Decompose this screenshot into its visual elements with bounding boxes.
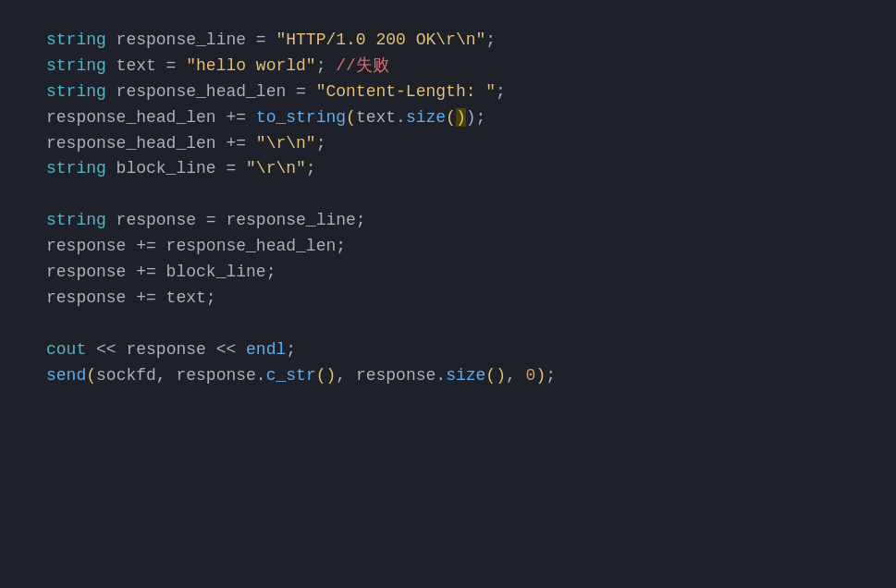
code-line-10: response += text; <box>46 286 850 312</box>
code-line-12: send(sockfd, response.c_str(), response.… <box>46 363 850 389</box>
code-line-11: cout << response << endl; <box>46 337 850 363</box>
code-line-7: string response = response_line; <box>46 208 850 234</box>
code-line-6: string block_line = "\r\n"; <box>46 156 850 182</box>
code-editor: string response_line = "HTTP/1.0 200 OK\… <box>0 0 896 588</box>
code-line-5: response_head_len += "\r\n"; <box>46 131 850 157</box>
code-line-1: string response_line = "HTTP/1.0 200 OK\… <box>46 28 850 54</box>
code-line-3: string response_head_len = "Content-Leng… <box>46 80 850 105</box>
blank-line-1 <box>46 182 850 208</box>
code-line-9: response += block_line; <box>46 260 850 286</box>
code-line-8: response += response_head_len; <box>46 234 850 260</box>
blank-line-2 <box>46 312 850 337</box>
code-line-2: string text = "hello world"; //失败 <box>46 54 850 80</box>
code-line-4: response_head_len += to_string(text.size… <box>46 105 850 131</box>
